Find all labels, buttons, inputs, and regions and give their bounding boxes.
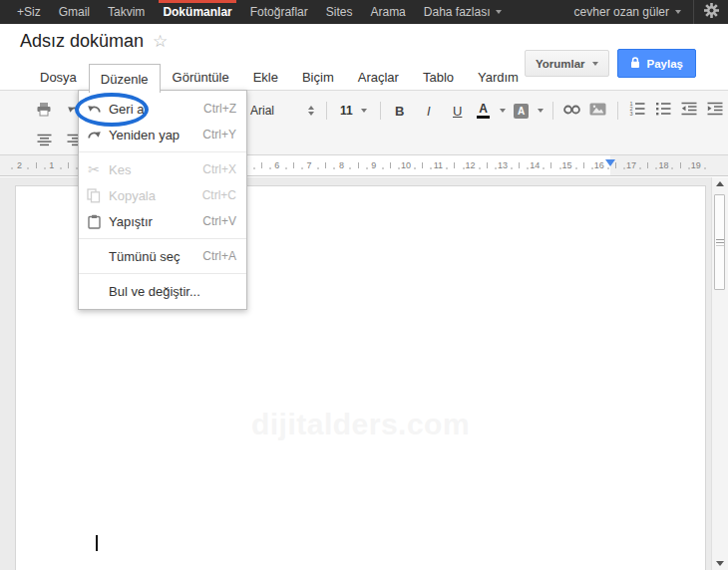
svg-text:3: 3: [629, 111, 632, 116]
outdent-button[interactable]: [679, 100, 699, 122]
triangle-down-icon: [716, 561, 724, 566]
ruler-dot: [607, 167, 609, 169]
ruler-dot: [655, 167, 657, 169]
menubar-item-yardim[interactable]: Yardım: [466, 64, 531, 90]
menu-item-label: Kes: [109, 162, 202, 177]
scroll-up-button[interactable]: [712, 181, 728, 186]
toolbar-main-group: Arial 11 B I U A A 123: [247, 99, 728, 123]
topbar-item-takvim[interactable]: Takvim: [99, 0, 154, 24]
topbar-item-daha-fazlasi[interactable]: Daha fazlası: [415, 0, 511, 24]
menu-item-label: Kopyala: [109, 188, 202, 203]
underline-button[interactable]: U: [448, 100, 468, 122]
star-icon[interactable]: ☆: [153, 33, 168, 50]
menubar-item-duzenle[interactable]: Düzenle: [89, 64, 161, 93]
topbar-item-arama[interactable]: Arama: [361, 0, 414, 24]
font-size-value: 11: [340, 104, 353, 118]
topbar-item-sites[interactable]: Sites: [317, 0, 362, 24]
indent-button[interactable]: [705, 100, 725, 122]
ruler-dot: [623, 167, 625, 169]
print-button[interactable]: [34, 100, 54, 122]
ruler-tick: [293, 162, 294, 168]
google-docs-window: +SizGmailTakvimDokümanlarFotoğraflarSite…: [0, 0, 728, 570]
ruler-dot: [44, 167, 46, 169]
ruler-tick: [68, 162, 69, 168]
share-button[interactable]: Paylaş: [617, 49, 696, 78]
menubar-item-bicim[interactable]: Biçim: [290, 64, 346, 90]
highlight-color-button[interactable]: A: [512, 100, 532, 122]
menu-item-copy: KopyalaCtrl+C: [79, 182, 246, 208]
ruler-number: 11: [434, 160, 443, 170]
topbar-item-siz[interactable]: +Siz: [8, 0, 50, 24]
topbar-item-dokumanlar[interactable]: Dokümanlar: [154, 0, 240, 24]
insert-link-button[interactable]: [562, 100, 582, 122]
ruler-number: 2: [17, 160, 22, 170]
gear-icon: [704, 3, 719, 22]
italic-button[interactable]: I: [416, 100, 442, 122]
font-size-select[interactable]: 11: [336, 104, 371, 118]
share-button-label: Paylaş: [647, 58, 683, 70]
ruler-tick: [519, 162, 520, 168]
chevron-down-icon[interactable]: [538, 109, 544, 113]
topbar-item-label: +Siz: [17, 5, 41, 19]
bold-button[interactable]: B: [390, 100, 410, 122]
menubar-item-dosya[interactable]: Dosya: [28, 64, 89, 90]
menu-item-shortcut: Ctrl+C: [202, 188, 236, 202]
menu-item-undo[interactable]: Geri alCtrl+Z: [79, 96, 246, 122]
margin-marker-icon[interactable]: [605, 159, 615, 166]
ruler-tick: [390, 162, 391, 168]
chevron-down-icon: [361, 109, 367, 113]
ruler-tick: [647, 162, 648, 168]
menu-item-select-all[interactable]: Tümünü seçCtrl+A: [79, 243, 246, 269]
highlight-icon: A: [514, 104, 529, 119]
ruler-dot: [11, 167, 13, 169]
redo-icon: [79, 129, 109, 141]
ruler-dot: [511, 167, 513, 169]
ruler-number: 13: [498, 160, 508, 170]
menubar-item-goruntule[interactable]: Görüntüle: [161, 64, 241, 90]
toolbar-left-group: [34, 99, 84, 123]
printer-icon: [36, 102, 52, 121]
menu-item-label: Tümünü seç: [109, 249, 202, 264]
numbered-list-button[interactable]: 123: [627, 100, 647, 122]
ruler-dot: [559, 167, 561, 169]
comments-button[interactable]: Yorumlar: [525, 50, 609, 77]
toolbar-second-row: [34, 132, 84, 151]
insert-image-button[interactable]: [588, 100, 608, 122]
ruler-number: 17: [626, 160, 636, 170]
font-family-select[interactable]: Arial: [247, 104, 317, 118]
ruler-tick: [422, 162, 423, 168]
comments-button-label: Yorumlar: [536, 58, 585, 70]
menubar-item-araclar[interactable]: Araçlar: [346, 64, 411, 90]
ruler-dot: [285, 167, 287, 169]
vertical-scrollbar[interactable]: [711, 177, 728, 570]
menu-item-redo[interactable]: Yeniden yapCtrl+Y: [79, 122, 246, 147]
menu-item-shortcut: Ctrl+Z: [203, 102, 236, 116]
ruler-dot: [479, 167, 481, 169]
topbar-item-label: Takvim: [108, 5, 145, 19]
ruler-dot: [575, 167, 577, 169]
ruler-tick: [358, 162, 359, 168]
scroll-down-button[interactable]: [712, 561, 728, 566]
menu-item-find-replace[interactable]: Bul ve değiştir...: [79, 278, 246, 304]
topbar-item-fotograflar[interactable]: Fotoğraflar: [241, 0, 317, 24]
ruler-number: 6: [274, 160, 279, 170]
toolbar-divider: [552, 102, 553, 120]
scrollbar-thumb[interactable]: [714, 194, 725, 290]
ruler-number: 19: [691, 160, 701, 170]
ruler-tick: [325, 162, 326, 168]
align-center-button[interactable]: [34, 131, 54, 152]
settings-button[interactable]: [694, 0, 728, 24]
menubar-item-ekle[interactable]: Ekle: [241, 64, 290, 90]
account-menu[interactable]: cevher ozan güler: [562, 0, 693, 24]
bulleted-list-button[interactable]: [653, 100, 673, 122]
menu-item-paste[interactable]: YapıştırCtrl+V: [79, 208, 246, 234]
topbar-item-label: Dokümanlar: [163, 5, 231, 19]
text-color-button[interactable]: A: [474, 100, 494, 122]
menubar-item-tablo[interactable]: Tablo: [411, 64, 466, 90]
ruler-dot: [639, 167, 641, 169]
document-title[interactable]: Adsız doküman: [20, 31, 144, 52]
topbar-item-label: Fotoğraflar: [250, 5, 308, 19]
topbar-item-gmail[interactable]: Gmail: [50, 0, 99, 24]
ruler-tick: [454, 162, 455, 168]
chevron-down-icon[interactable]: [500, 109, 506, 113]
